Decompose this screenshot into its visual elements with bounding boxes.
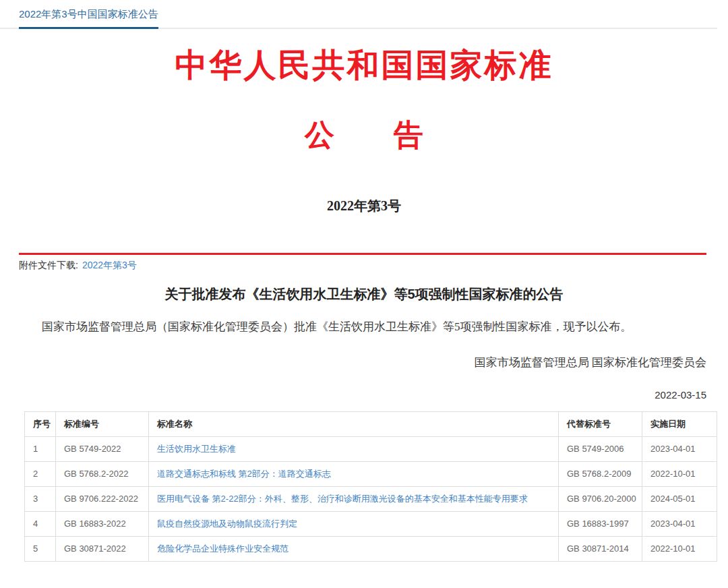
issue-date: 2022-03-15 [0, 389, 706, 401]
standard-name-link[interactable]: 医用电气设备 第2-22部分：外科、整形、治疗和诊断用激光设备的基本安全和基本性… [157, 494, 528, 504]
tab-announcement[interactable]: 2022年第3号中国国家标准公告 [19, 8, 158, 29]
announcement-title: 关于批准发布《生活饮用水卫生标准》等5项强制性国家标准的公告 [0, 285, 728, 303]
cell-serial: 3 [25, 486, 56, 511]
cell-standard-name: 道路交通标志和标线 第2部分：道路交通标志 [149, 461, 559, 486]
standard-name-link[interactable]: 生活饮用水卫生标准 [157, 444, 236, 454]
issuer-line: 国家市场监督管理总局 国家标准化管理委员会 [0, 355, 706, 370]
cell-replaced-code: GB 30871-2014 [559, 536, 642, 561]
page: 2022年第3号中国国家标准公告 中华人民共和国国家标准 公 告 2022年第3… [0, 0, 728, 588]
cell-standard-name: 危险化学品企业特殊作业安全规范 [149, 536, 559, 561]
standard-name-link[interactable]: 道路交通标志和标线 第2部分：道路交通标志 [157, 469, 331, 479]
cell-standard-code: GB 5768.2-2022 [56, 461, 149, 486]
cell-implementation-date: 2023-04-01 [642, 511, 717, 536]
cell-standard-code: GB 5749-2022 [56, 436, 149, 461]
red-divider [19, 253, 706, 255]
cell-standard-code: GB 9706.222-2022 [56, 486, 149, 511]
cell-replaced-code: GB 5768.2-2009 [559, 461, 642, 486]
document-subtitle: 公 告 [0, 115, 728, 155]
standard-name-link[interactable]: 危险化学品企业特殊作业安全规范 [157, 543, 289, 554]
cell-standard-name: 生活饮用水卫生标准 [149, 436, 559, 461]
attachment-label: 附件文件下载: [19, 260, 78, 270]
cell-replaced-code: GB 16883-1997 [559, 511, 642, 536]
attachment-row: 附件文件下载:2022年第3号 [19, 260, 728, 272]
cell-serial: 5 [25, 536, 56, 561]
header-replaced-code: 代替标准号 [559, 411, 642, 436]
cell-implementation-date: 2024-05-01 [642, 486, 717, 511]
cell-implementation-date: 2022-10-01 [642, 461, 717, 486]
table-header-row: 序号 标准编号 标准名称 代替标准号 实施日期 [25, 411, 717, 436]
cell-replaced-code: GB 5749-2006 [559, 436, 642, 461]
cell-implementation-date: 2023-04-01 [642, 436, 717, 461]
header-serial: 序号 [25, 411, 56, 436]
cell-standard-name: 鼠疫自然疫源地及动物鼠疫流行判定 [149, 511, 559, 536]
cell-serial: 4 [25, 511, 56, 536]
cell-serial: 1 [25, 436, 56, 461]
header-standard-name: 标准名称 [149, 411, 559, 436]
table-row: 2 GB 5768.2-2022 道路交通标志和标线 第2部分：道路交通标志 G… [25, 461, 717, 486]
attachment-link[interactable]: 2022年第3号 [82, 260, 137, 270]
issue-number: 2022年第3号 [0, 197, 728, 215]
cell-implementation-date: 2022-10-01 [642, 536, 717, 561]
standards-table: 序号 标准编号 标准名称 代替标准号 实施日期 1 GB 5749-2022 生… [24, 411, 717, 562]
table-row: 4 GB 16883-2022 鼠疫自然疫源地及动物鼠疫流行判定 GB 1688… [25, 511, 717, 536]
header-implementation-date: 实施日期 [642, 411, 717, 436]
tab-bar: 2022年第3号中国国家标准公告 [0, 0, 717, 29]
table-row: 1 GB 5749-2022 生活饮用水卫生标准 GB 5749-2006 20… [25, 436, 717, 461]
cell-standard-code: GB 30871-2022 [56, 536, 149, 561]
announcement-body: 国家市场监督管理总局（国家标准化管理委员会）批准《生活饮用水卫生标准》等5项强制… [19, 318, 706, 336]
table-row: 3 GB 9706.222-2022 医用电气设备 第2-22部分：外科、整形、… [25, 486, 717, 511]
standard-name-link[interactable]: 鼠疫自然疫源地及动物鼠疫流行判定 [157, 519, 297, 529]
header-standard-code: 标准编号 [56, 411, 149, 436]
cell-standard-code: GB 16883-2022 [56, 511, 149, 536]
cell-replaced-code: GB 9706.20-2000 [559, 486, 642, 511]
document-title: 中华人民共和国国家标准 [0, 44, 728, 87]
table-row: 5 GB 30871-2022 危险化学品企业特殊作业安全规范 GB 30871… [25, 536, 717, 561]
cell-serial: 2 [25, 461, 56, 486]
cell-standard-name: 医用电气设备 第2-22部分：外科、整形、治疗和诊断用激光设备的基本安全和基本性… [149, 486, 559, 511]
